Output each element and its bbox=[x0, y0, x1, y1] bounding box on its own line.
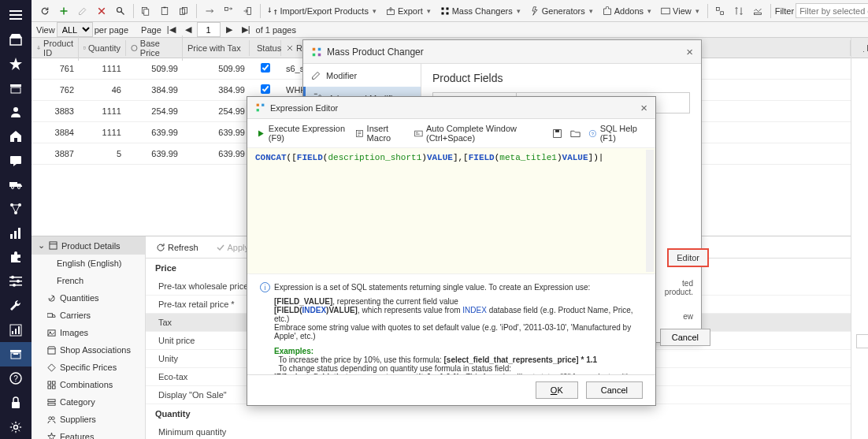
sidebar-help-icon[interactable]: ? bbox=[0, 366, 32, 391]
expr-ok-button[interactable]: OK bbox=[536, 381, 578, 399]
details-carriers[interactable]: Carriers bbox=[32, 307, 145, 324]
details-lang-item[interactable]: English (English) bbox=[32, 255, 145, 272]
sidebar-chat-icon[interactable] bbox=[0, 148, 32, 173]
addons-button[interactable]: Addons bbox=[599, 4, 655, 18]
sidebar-stats-icon[interactable] bbox=[0, 318, 32, 342]
sidebar-gear-icon[interactable] bbox=[0, 415, 32, 439]
details-header[interactable]: ⌄ Product Details bbox=[32, 236, 145, 255]
filter-input[interactable] bbox=[796, 3, 868, 18]
details-category[interactable]: Category bbox=[32, 393, 145, 411]
svg-rect-73 bbox=[314, 94, 317, 95]
qty-item[interactable]: Minimum quantity bbox=[146, 423, 851, 439]
sidebar-lock-icon[interactable] bbox=[0, 391, 32, 415]
expr-autocomplete-button[interactable]: Auto Complete Window (Ctrl+Space) bbox=[414, 124, 544, 143]
expr-cancel-button[interactable]: Cancel bbox=[586, 381, 643, 399]
col-ean[interactable]: EAN13 bbox=[851, 40, 868, 56]
details-features[interactable]: Features bbox=[32, 428, 145, 439]
prev-page-button[interactable]: ◀ bbox=[181, 22, 195, 37]
expr-sqlhelp-button[interactable]: ?SQL Help (F1) bbox=[588, 124, 646, 143]
page-input[interactable] bbox=[197, 22, 221, 37]
mass-changers-button[interactable]: Mass Changers bbox=[436, 4, 525, 18]
details-specific-prices[interactable]: Specific Prices bbox=[32, 359, 145, 376]
refresh-price-button[interactable]: Refresh bbox=[152, 240, 202, 255]
link-button[interactable] bbox=[239, 4, 256, 18]
sidebar-user-icon[interactable] bbox=[0, 100, 32, 125]
details-combinations[interactable]: Combinations bbox=[32, 376, 145, 393]
move-button[interactable] bbox=[201, 4, 218, 18]
expr-scrollbar[interactable] bbox=[646, 150, 654, 272]
svg-point-22 bbox=[13, 284, 16, 287]
view-per-label: View bbox=[36, 25, 55, 35]
add-button[interactable] bbox=[55, 4, 72, 18]
copy-button[interactable] bbox=[137, 4, 154, 18]
expr-icon bbox=[255, 102, 265, 113]
mpc-cancel-outer[interactable]: Cancel bbox=[660, 329, 710, 346]
tool3-button[interactable] bbox=[749, 4, 766, 18]
clone-button[interactable] bbox=[175, 4, 192, 18]
sidebar-store-icon[interactable] bbox=[0, 28, 32, 52]
sidebar-network-icon[interactable] bbox=[0, 197, 32, 221]
row-status-checkbox[interactable] bbox=[261, 84, 270, 94]
svg-rect-41 bbox=[224, 7, 228, 10]
sidebar-archive-icon[interactable] bbox=[0, 76, 32, 100]
col-product-id[interactable]: Product ID bbox=[32, 35, 79, 61]
sidebar-chart-icon[interactable] bbox=[0, 221, 32, 245]
svg-rect-62 bbox=[48, 385, 51, 389]
right-input[interactable] bbox=[856, 334, 868, 348]
expr-code-area[interactable]: CONCAT([FIELD(description_short1)VALUE],… bbox=[247, 148, 655, 274]
details-quantities[interactable]: Quantities bbox=[32, 289, 145, 307]
paste-button[interactable] bbox=[156, 4, 173, 18]
col-status[interactable]: Status bbox=[250, 40, 281, 56]
mpc-close-button[interactable]: × bbox=[686, 45, 693, 58]
col-price-tax[interactable]: Price with Tax bbox=[183, 40, 250, 56]
edit-button[interactable] bbox=[74, 4, 91, 18]
tool1-button[interactable] bbox=[711, 4, 729, 18]
view-label: View bbox=[673, 6, 692, 16]
svg-rect-1 bbox=[9, 14, 22, 16]
svg-rect-25 bbox=[15, 329, 17, 334]
expr-macro-button[interactable]: Insert Macro bbox=[355, 124, 406, 143]
mpc-editor-button[interactable]: Editor bbox=[667, 248, 709, 267]
sidebar-puzzle-icon[interactable] bbox=[0, 245, 32, 270]
last-page-button[interactable]: ▶| bbox=[238, 22, 254, 37]
page-label: Page bbox=[141, 25, 161, 35]
details-images[interactable]: Images bbox=[32, 324, 145, 341]
view-button[interactable]: View bbox=[657, 4, 703, 18]
details-lang-item[interactable]: French bbox=[32, 272, 145, 289]
col-base-price[interactable]: Base Price bbox=[126, 35, 183, 61]
sidebar-star-icon[interactable] bbox=[0, 51, 32, 76]
svg-rect-14 bbox=[10, 234, 13, 239]
import-export-button[interactable]: Import/Export Products bbox=[264, 4, 380, 18]
mpc-tab-modifier[interactable]: Modifier bbox=[303, 64, 421, 87]
tool2-button[interactable] bbox=[730, 4, 747, 18]
expr-execute-button[interactable]: Execute Expression (F9) bbox=[257, 124, 347, 143]
details-shop-assoc[interactable]: Shop Associations bbox=[32, 341, 145, 359]
expr-toolbar: Execute Expression (F9) Insert Macro Aut… bbox=[247, 119, 655, 148]
row-status-checkbox[interactable] bbox=[261, 63, 270, 73]
svg-rect-59 bbox=[48, 348, 55, 353]
right-panel: EAN13 UPC bbox=[851, 38, 868, 439]
delete-button[interactable] bbox=[93, 4, 110, 18]
export-button[interactable]: Export bbox=[382, 4, 435, 18]
sidebar-home-icon[interactable] bbox=[0, 125, 32, 149]
refresh-button[interactable] bbox=[36, 4, 54, 18]
svg-rect-64 bbox=[48, 399, 55, 401]
generators-button[interactable]: Generators bbox=[526, 4, 597, 18]
mass-changers-label: Mass Changers bbox=[452, 6, 513, 16]
col-quantity[interactable]: Quantity bbox=[79, 40, 126, 56]
svg-rect-60 bbox=[48, 381, 51, 384]
assign-button[interactable] bbox=[220, 4, 237, 18]
sidebar-wrench-icon[interactable] bbox=[0, 294, 32, 318]
expr-close-button[interactable]: × bbox=[640, 101, 647, 114]
sidebar-inbox-icon[interactable] bbox=[0, 342, 32, 366]
svg-rect-0 bbox=[9, 10, 22, 12]
next-page-button[interactable]: ▶ bbox=[222, 22, 236, 37]
expr-open-button[interactable] bbox=[570, 128, 581, 139]
expr-save-button[interactable] bbox=[552, 128, 562, 139]
search-button[interactable] bbox=[112, 4, 129, 18]
sidebar-sliders-icon[interactable] bbox=[0, 270, 32, 294]
sidebar-truck-icon[interactable] bbox=[0, 173, 32, 197]
sidebar-menu-icon[interactable] bbox=[0, 3, 32, 28]
svg-rect-32 bbox=[12, 402, 20, 408]
details-suppliers[interactable]: Suppliers bbox=[32, 411, 145, 428]
